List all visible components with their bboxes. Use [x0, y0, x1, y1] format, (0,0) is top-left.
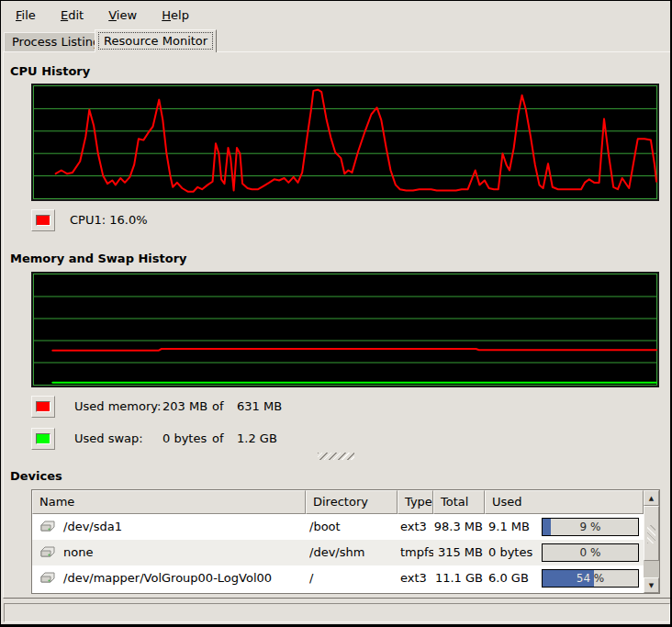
cpu-color-button[interactable]	[31, 209, 55, 231]
menu-edit[interactable]: Edit	[52, 6, 92, 25]
disk-icon	[39, 521, 56, 533]
used-percent-label: 0 %	[543, 544, 638, 561]
memory-used-value: 203 MB	[162, 396, 208, 418]
scroll-down-button[interactable]: ▼	[644, 577, 659, 593]
device-used: 6.0 GB	[488, 565, 542, 591]
memory-swap-chart	[31, 272, 659, 387]
cpu-history-plot	[33, 85, 657, 199]
cpu-history-chart	[31, 84, 659, 201]
system-monitor-window: File Edit View Help Process Listing Reso…	[0, 0, 672, 627]
memory-color-swatch	[36, 401, 50, 412]
cpu-history-title: CPU History	[10, 64, 90, 78]
down-arrow-icon: ▼	[649, 582, 654, 589]
devices-table-body: /dev/sda1 /boot ext3 98.3 MB 9.1 MB 9 % …	[32, 514, 644, 591]
device-total: 11.1 GB	[433, 565, 483, 591]
device-directory: /dev/shm	[309, 540, 398, 565]
cpu-color-swatch	[36, 215, 50, 226]
device-type: tmpfs	[400, 540, 433, 565]
devices-table-header: Name Directory Type Total Used	[32, 490, 644, 514]
device-name: none	[63, 540, 93, 565]
table-row[interactable]: /dev/sda1 /boot ext3 98.3 MB 9.1 MB 9 % …	[32, 514, 644, 540]
swap-of-word: of	[212, 428, 234, 450]
tab-resource-monitor[interactable]: Resource Monitor	[95, 29, 217, 52]
pane-resize-handle[interactable]	[318, 453, 354, 460]
disk-icon	[39, 572, 56, 585]
table-row[interactable]: none /dev/shm tmpfs 315 MB 0 bytes 0 % 0…	[32, 540, 644, 565]
used-progressbar: 0 % 0 %	[542, 543, 639, 562]
device-used: 0 bytes	[488, 540, 542, 565]
device-type: ext3	[400, 514, 433, 540]
scroll-up-button[interactable]: ▲	[644, 490, 659, 506]
tab-process-listing[interactable]: Process Listing	[4, 32, 108, 52]
memory-swap-plot	[33, 274, 657, 386]
memory-total-value: 631 MB	[237, 396, 282, 418]
scrollbar-thumb[interactable]	[644, 506, 659, 561]
cpu-legend-label: CPU1: 16.0%	[70, 209, 148, 231]
swap-color-swatch	[36, 433, 50, 444]
device-name: /dev/mapper/VolGroup00-LogVol00	[63, 565, 272, 591]
swap-used-value: 0 bytes	[162, 428, 208, 450]
column-header-total[interactable]: Total	[433, 490, 485, 514]
memory-history-title: Memory and Swap History	[10, 252, 187, 265]
device-directory: /boot	[309, 514, 398, 540]
device-total: 315 MB	[433, 540, 483, 565]
menu-view[interactable]: View	[100, 6, 145, 25]
vertical-scrollbar[interactable]: ▲ ▼	[644, 490, 659, 593]
devices-table: Name Directory Type Total Used /dev/sda1…	[31, 489, 660, 594]
memory-color-button[interactable]	[31, 396, 55, 418]
device-type: ext3	[400, 565, 433, 591]
status-bar	[4, 603, 670, 622]
swap-total-value: 1.2 GB	[237, 428, 277, 450]
column-header-name[interactable]: Name	[32, 490, 306, 514]
memory-of-word: of	[212, 396, 234, 418]
device-name: /dev/sda1	[63, 514, 122, 540]
column-header-type[interactable]: Type	[398, 490, 433, 514]
menu-help[interactable]: Help	[153, 6, 197, 25]
menu-bar: File Edit View Help	[2, 3, 669, 28]
column-header-used[interactable]: Used	[485, 490, 644, 514]
swap-legend-label: Used swap:	[74, 428, 162, 450]
device-total: 98.3 MB	[433, 514, 483, 540]
used-percent-label: 9 %	[543, 519, 638, 535]
memory-legend-label: Used memory:	[74, 396, 162, 418]
device-used: 9.1 MB	[488, 514, 542, 540]
disk-icon	[39, 546, 56, 559]
table-row[interactable]: /dev/mapper/VolGroup00-LogVol00 / ext3 1…	[32, 565, 644, 591]
used-progressbar: 9 % 9 %	[542, 518, 639, 536]
devices-title: Devices	[10, 469, 62, 483]
tab-resource-monitor-label: Resource Monitor	[99, 33, 212, 49]
swap-color-button[interactable]	[31, 428, 55, 450]
used-progressbar: 54 % 54 %	[542, 569, 639, 588]
menu-file[interactable]: File	[7, 6, 44, 25]
column-header-directory[interactable]: Directory	[306, 490, 398, 514]
up-arrow-icon: ▲	[649, 495, 654, 502]
device-directory: /	[309, 565, 398, 591]
